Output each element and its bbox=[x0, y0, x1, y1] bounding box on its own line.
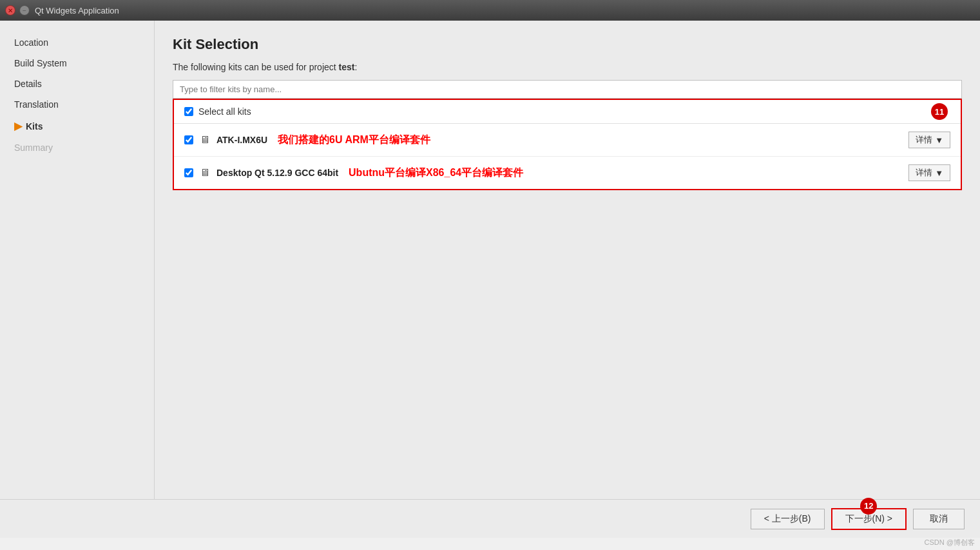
footer: < 上一步(B) 12 下一步(N) > 取消 bbox=[0, 499, 980, 538]
monitor-icon: 🖥 bbox=[200, 134, 210, 146]
kits-container: Select all kits 11 🖥 ATK-I.MX6U 我们搭建的6U … bbox=[173, 99, 962, 190]
main-content: Location Build System Details Translatio… bbox=[0, 21, 980, 499]
sidebar-item-label: Build System bbox=[14, 58, 67, 68]
select-all-checkbox[interactable] bbox=[184, 107, 193, 116]
monitor-icon: 🖥 bbox=[200, 167, 210, 179]
details-button-atk[interactable]: 详情 ▼ bbox=[908, 132, 950, 148]
sidebar-item-label: Details bbox=[14, 79, 42, 89]
minimize-icon: − bbox=[23, 7, 26, 14]
sidebar-item-details[interactable]: Details bbox=[6, 75, 148, 93]
sidebar-item-kits[interactable]: ▶ Kits bbox=[6, 116, 148, 136]
main-window: ✕ − Qt Widgets Application Location Buil… bbox=[0, 0, 980, 550]
subtitle-suffix: : bbox=[354, 62, 357, 72]
badge-11: 11 bbox=[931, 103, 948, 120]
watermark: CSDN @博创客 bbox=[0, 538, 980, 550]
select-all-row: Select all kits 11 bbox=[174, 100, 961, 124]
details-label-desktop: 详情 bbox=[916, 167, 932, 179]
sidebar: Location Build System Details Translatio… bbox=[0, 21, 155, 499]
sidebar-item-location[interactable]: Location bbox=[6, 34, 148, 52]
cancel-button[interactable]: 取消 bbox=[913, 509, 965, 529]
page-title: Kit Selection bbox=[173, 36, 962, 53]
project-name: test bbox=[339, 62, 355, 72]
minimize-button[interactable]: − bbox=[19, 5, 30, 15]
subtitle-prefix: The following kits can be used for proje… bbox=[173, 62, 339, 72]
kit-row-inner: 🖥 Desktop Qt 5.12.9 GCC 64bit Ubutnu平台编译… bbox=[184, 166, 902, 180]
select-all-label: Select all kits bbox=[198, 106, 251, 117]
subtitle: The following kits can be used for proje… bbox=[173, 62, 962, 72]
footer-wrapper: < 上一步(B) 12 下一步(N) > 取消 CSDN @博创客 bbox=[0, 499, 980, 550]
kit-name-desktop: Desktop Qt 5.12.9 GCC 64bit bbox=[216, 168, 338, 178]
filter-input[interactable] bbox=[173, 80, 962, 99]
next-button-wrapper: 12 下一步(N) > bbox=[831, 508, 907, 530]
close-button[interactable]: ✕ bbox=[5, 5, 15, 15]
sidebar-item-build-system[interactable]: Build System bbox=[6, 54, 148, 72]
window-title: Qt Widgets Application bbox=[35, 6, 119, 15]
kit-row-inner: 🖥 ATK-I.MX6U 我们搭建的6U ARM平台编译套件 bbox=[184, 133, 902, 147]
badge-12: 12 bbox=[860, 498, 877, 515]
kit-annotation-desktop: Ubutnu平台编译X86_64平台编译套件 bbox=[349, 166, 523, 180]
sidebar-item-label: Kits bbox=[26, 121, 43, 132]
close-icon: ✕ bbox=[8, 7, 13, 14]
details-dropdown-icon: ▼ bbox=[935, 135, 943, 145]
details-dropdown-icon: ▼ bbox=[935, 168, 943, 178]
active-arrow-icon: ▶ bbox=[14, 120, 22, 132]
kit-name-atk: ATK-I.MX6U bbox=[216, 135, 267, 145]
kit-checkbox-desktop[interactable] bbox=[184, 168, 193, 177]
sidebar-item-translation[interactable]: Translation bbox=[6, 95, 148, 113]
kit-annotation-atk: 我们搭建的6U ARM平台编译套件 bbox=[278, 133, 430, 147]
details-label-atk: 详情 bbox=[916, 134, 932, 146]
title-bar-buttons: ✕ − bbox=[5, 5, 30, 15]
back-button[interactable]: < 上一步(B) bbox=[751, 509, 825, 529]
sidebar-item-label: Location bbox=[14, 37, 48, 48]
kit-row: 🖥 Desktop Qt 5.12.9 GCC 64bit Ubutnu平台编译… bbox=[174, 157, 961, 189]
sidebar-item-label: Summary bbox=[14, 142, 53, 153]
content-area: Kit Selection The following kits can be … bbox=[155, 21, 980, 499]
details-button-desktop[interactable]: 详情 ▼ bbox=[908, 164, 950, 181]
sidebar-item-summary[interactable]: Summary bbox=[6, 139, 148, 157]
kit-row: 🖥 ATK-I.MX6U 我们搭建的6U ARM平台编译套件 详情 ▼ bbox=[174, 124, 961, 157]
title-bar: ✕ − Qt Widgets Application bbox=[0, 0, 980, 21]
kit-checkbox-atk[interactable] bbox=[184, 135, 193, 144]
sidebar-item-label: Translation bbox=[14, 99, 59, 110]
